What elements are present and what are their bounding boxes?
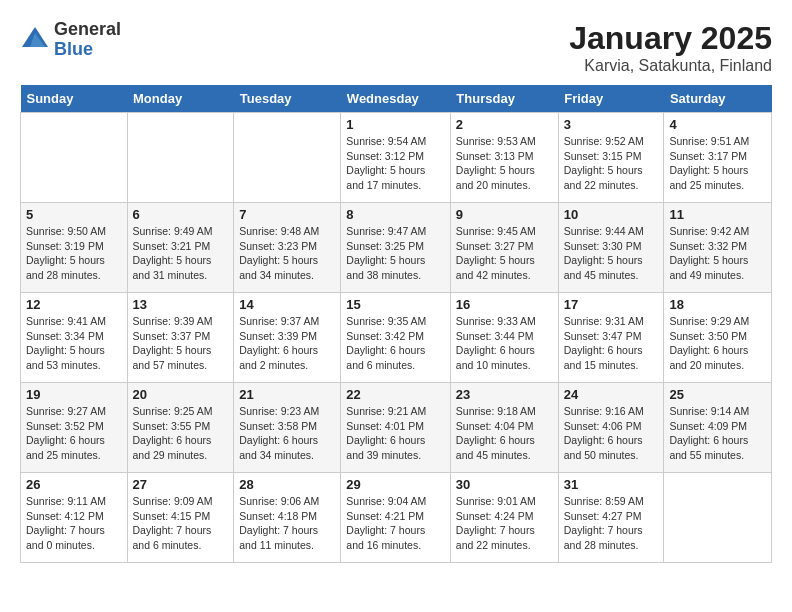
weekday-header-saturday: Saturday bbox=[664, 85, 772, 113]
calendar-cell: 7Sunrise: 9:48 AM Sunset: 3:23 PM Daylig… bbox=[234, 203, 341, 293]
weekday-header-monday: Monday bbox=[127, 85, 234, 113]
day-number: 10 bbox=[564, 207, 659, 222]
day-info: Sunrise: 9:09 AM Sunset: 4:15 PM Dayligh… bbox=[133, 494, 229, 553]
calendar-cell: 15Sunrise: 9:35 AM Sunset: 3:42 PM Dayli… bbox=[341, 293, 451, 383]
calendar-cell: 22Sunrise: 9:21 AM Sunset: 4:01 PM Dayli… bbox=[341, 383, 451, 473]
day-info: Sunrise: 9:44 AM Sunset: 3:30 PM Dayligh… bbox=[564, 224, 659, 283]
day-info: Sunrise: 9:23 AM Sunset: 3:58 PM Dayligh… bbox=[239, 404, 335, 463]
day-info: Sunrise: 9:51 AM Sunset: 3:17 PM Dayligh… bbox=[669, 134, 766, 193]
day-info: Sunrise: 9:11 AM Sunset: 4:12 PM Dayligh… bbox=[26, 494, 122, 553]
day-number: 22 bbox=[346, 387, 445, 402]
weekday-row: SundayMondayTuesdayWednesdayThursdayFrid… bbox=[21, 85, 772, 113]
calendar-cell: 27Sunrise: 9:09 AM Sunset: 4:15 PM Dayli… bbox=[127, 473, 234, 563]
calendar-cell: 6Sunrise: 9:49 AM Sunset: 3:21 PM Daylig… bbox=[127, 203, 234, 293]
day-info: Sunrise: 9:45 AM Sunset: 3:27 PM Dayligh… bbox=[456, 224, 553, 283]
calendar-cell bbox=[127, 113, 234, 203]
day-info: Sunrise: 8:59 AM Sunset: 4:27 PM Dayligh… bbox=[564, 494, 659, 553]
day-info: Sunrise: 9:50 AM Sunset: 3:19 PM Dayligh… bbox=[26, 224, 122, 283]
weekday-header-thursday: Thursday bbox=[450, 85, 558, 113]
day-number: 19 bbox=[26, 387, 122, 402]
day-number: 18 bbox=[669, 297, 766, 312]
calendar-cell: 17Sunrise: 9:31 AM Sunset: 3:47 PM Dayli… bbox=[558, 293, 664, 383]
day-info: Sunrise: 9:39 AM Sunset: 3:37 PM Dayligh… bbox=[133, 314, 229, 373]
calendar-cell bbox=[21, 113, 128, 203]
calendar-cell: 16Sunrise: 9:33 AM Sunset: 3:44 PM Dayli… bbox=[450, 293, 558, 383]
calendar-cell: 13Sunrise: 9:39 AM Sunset: 3:37 PM Dayli… bbox=[127, 293, 234, 383]
day-info: Sunrise: 9:37 AM Sunset: 3:39 PM Dayligh… bbox=[239, 314, 335, 373]
day-info: Sunrise: 9:31 AM Sunset: 3:47 PM Dayligh… bbox=[564, 314, 659, 373]
day-number: 26 bbox=[26, 477, 122, 492]
day-info: Sunrise: 9:41 AM Sunset: 3:34 PM Dayligh… bbox=[26, 314, 122, 373]
day-info: Sunrise: 9:04 AM Sunset: 4:21 PM Dayligh… bbox=[346, 494, 445, 553]
calendar-week-3: 12Sunrise: 9:41 AM Sunset: 3:34 PM Dayli… bbox=[21, 293, 772, 383]
calendar-cell: 11Sunrise: 9:42 AM Sunset: 3:32 PM Dayli… bbox=[664, 203, 772, 293]
day-number: 15 bbox=[346, 297, 445, 312]
calendar-cell: 25Sunrise: 9:14 AM Sunset: 4:09 PM Dayli… bbox=[664, 383, 772, 473]
calendar-cell: 8Sunrise: 9:47 AM Sunset: 3:25 PM Daylig… bbox=[341, 203, 451, 293]
page-header: General Blue January 2025 Karvia, Sataku… bbox=[20, 20, 772, 75]
day-number: 24 bbox=[564, 387, 659, 402]
calendar-cell: 14Sunrise: 9:37 AM Sunset: 3:39 PM Dayli… bbox=[234, 293, 341, 383]
day-info: Sunrise: 9:06 AM Sunset: 4:18 PM Dayligh… bbox=[239, 494, 335, 553]
logo-text: General Blue bbox=[54, 20, 121, 60]
day-number: 9 bbox=[456, 207, 553, 222]
calendar-cell: 21Sunrise: 9:23 AM Sunset: 3:58 PM Dayli… bbox=[234, 383, 341, 473]
calendar-cell: 10Sunrise: 9:44 AM Sunset: 3:30 PM Dayli… bbox=[558, 203, 664, 293]
day-number: 29 bbox=[346, 477, 445, 492]
calendar-cell: 28Sunrise: 9:06 AM Sunset: 4:18 PM Dayli… bbox=[234, 473, 341, 563]
calendar-cell: 3Sunrise: 9:52 AM Sunset: 3:15 PM Daylig… bbox=[558, 113, 664, 203]
day-number: 1 bbox=[346, 117, 445, 132]
weekday-header-tuesday: Tuesday bbox=[234, 85, 341, 113]
calendar-body: 1Sunrise: 9:54 AM Sunset: 3:12 PM Daylig… bbox=[21, 113, 772, 563]
day-info: Sunrise: 9:53 AM Sunset: 3:13 PM Dayligh… bbox=[456, 134, 553, 193]
day-number: 20 bbox=[133, 387, 229, 402]
calendar-cell: 23Sunrise: 9:18 AM Sunset: 4:04 PM Dayli… bbox=[450, 383, 558, 473]
day-info: Sunrise: 9:27 AM Sunset: 3:52 PM Dayligh… bbox=[26, 404, 122, 463]
day-info: Sunrise: 9:54 AM Sunset: 3:12 PM Dayligh… bbox=[346, 134, 445, 193]
day-number: 28 bbox=[239, 477, 335, 492]
weekday-header-sunday: Sunday bbox=[21, 85, 128, 113]
calendar-cell bbox=[664, 473, 772, 563]
calendar-table: SundayMondayTuesdayWednesdayThursdayFrid… bbox=[20, 85, 772, 563]
day-number: 30 bbox=[456, 477, 553, 492]
day-info: Sunrise: 9:47 AM Sunset: 3:25 PM Dayligh… bbox=[346, 224, 445, 283]
day-number: 6 bbox=[133, 207, 229, 222]
day-info: Sunrise: 9:21 AM Sunset: 4:01 PM Dayligh… bbox=[346, 404, 445, 463]
day-number: 25 bbox=[669, 387, 766, 402]
day-number: 17 bbox=[564, 297, 659, 312]
calendar-cell: 20Sunrise: 9:25 AM Sunset: 3:55 PM Dayli… bbox=[127, 383, 234, 473]
day-number: 7 bbox=[239, 207, 335, 222]
day-info: Sunrise: 9:29 AM Sunset: 3:50 PM Dayligh… bbox=[669, 314, 766, 373]
logo: General Blue bbox=[20, 20, 121, 60]
day-number: 2 bbox=[456, 117, 553, 132]
day-number: 27 bbox=[133, 477, 229, 492]
day-number: 13 bbox=[133, 297, 229, 312]
title-block: January 2025 Karvia, Satakunta, Finland bbox=[569, 20, 772, 75]
day-info: Sunrise: 9:01 AM Sunset: 4:24 PM Dayligh… bbox=[456, 494, 553, 553]
calendar-cell: 4Sunrise: 9:51 AM Sunset: 3:17 PM Daylig… bbox=[664, 113, 772, 203]
calendar-cell: 12Sunrise: 9:41 AM Sunset: 3:34 PM Dayli… bbox=[21, 293, 128, 383]
weekday-header-wednesday: Wednesday bbox=[341, 85, 451, 113]
day-number: 8 bbox=[346, 207, 445, 222]
calendar-week-1: 1Sunrise: 9:54 AM Sunset: 3:12 PM Daylig… bbox=[21, 113, 772, 203]
calendar-cell: 24Sunrise: 9:16 AM Sunset: 4:06 PM Dayli… bbox=[558, 383, 664, 473]
logo-blue: Blue bbox=[54, 40, 121, 60]
calendar-title: January 2025 bbox=[569, 20, 772, 57]
day-number: 31 bbox=[564, 477, 659, 492]
calendar-cell: 1Sunrise: 9:54 AM Sunset: 3:12 PM Daylig… bbox=[341, 113, 451, 203]
day-info: Sunrise: 9:52 AM Sunset: 3:15 PM Dayligh… bbox=[564, 134, 659, 193]
day-info: Sunrise: 9:42 AM Sunset: 3:32 PM Dayligh… bbox=[669, 224, 766, 283]
calendar-cell: 9Sunrise: 9:45 AM Sunset: 3:27 PM Daylig… bbox=[450, 203, 558, 293]
calendar-week-4: 19Sunrise: 9:27 AM Sunset: 3:52 PM Dayli… bbox=[21, 383, 772, 473]
day-info: Sunrise: 9:33 AM Sunset: 3:44 PM Dayligh… bbox=[456, 314, 553, 373]
calendar-cell: 19Sunrise: 9:27 AM Sunset: 3:52 PM Dayli… bbox=[21, 383, 128, 473]
day-info: Sunrise: 9:35 AM Sunset: 3:42 PM Dayligh… bbox=[346, 314, 445, 373]
calendar-subtitle: Karvia, Satakunta, Finland bbox=[569, 57, 772, 75]
calendar-week-5: 26Sunrise: 9:11 AM Sunset: 4:12 PM Dayli… bbox=[21, 473, 772, 563]
day-number: 21 bbox=[239, 387, 335, 402]
calendar-cell: 5Sunrise: 9:50 AM Sunset: 3:19 PM Daylig… bbox=[21, 203, 128, 293]
calendar-cell: 31Sunrise: 8:59 AM Sunset: 4:27 PM Dayli… bbox=[558, 473, 664, 563]
logo-general: General bbox=[54, 20, 121, 40]
calendar-cell: 29Sunrise: 9:04 AM Sunset: 4:21 PM Dayli… bbox=[341, 473, 451, 563]
day-number: 23 bbox=[456, 387, 553, 402]
